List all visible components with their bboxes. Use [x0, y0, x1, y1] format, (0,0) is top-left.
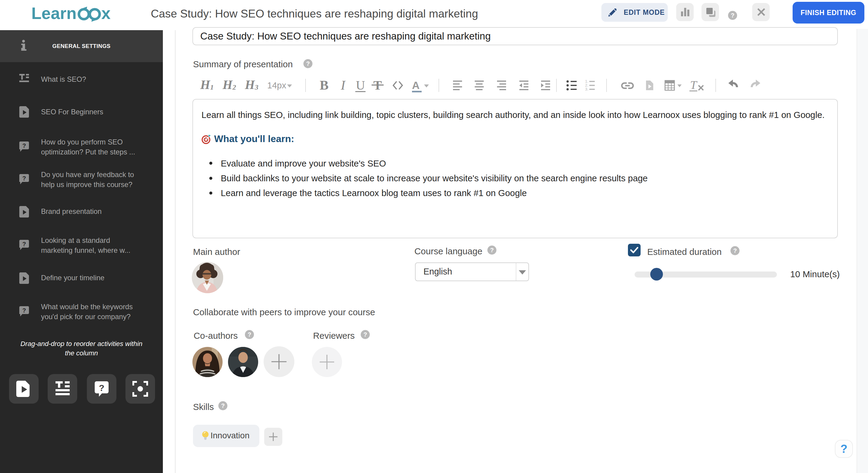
svg-text:?: ?: [22, 241, 26, 247]
svg-text:?: ?: [22, 307, 26, 314]
svg-text:H3: H3: [245, 78, 258, 92]
svg-text:B: B: [320, 78, 329, 93]
svg-text:A: A: [412, 79, 420, 91]
svg-text:U: U: [356, 79, 365, 92]
svg-text:?: ?: [99, 383, 104, 393]
svg-text:?: ?: [22, 142, 26, 149]
svg-text:x: x: [101, 4, 111, 23]
svg-text:?: ?: [22, 175, 26, 182]
svg-text:I: I: [341, 78, 346, 93]
svg-text:14px: 14px: [267, 81, 286, 90]
svg-text:H2: H2: [222, 78, 236, 92]
svg-text:T: T: [690, 78, 698, 92]
svg-text:H1: H1: [200, 78, 214, 92]
svg-text:Learn: Learn: [31, 4, 76, 23]
svg-text:3.: 3.: [585, 87, 588, 91]
